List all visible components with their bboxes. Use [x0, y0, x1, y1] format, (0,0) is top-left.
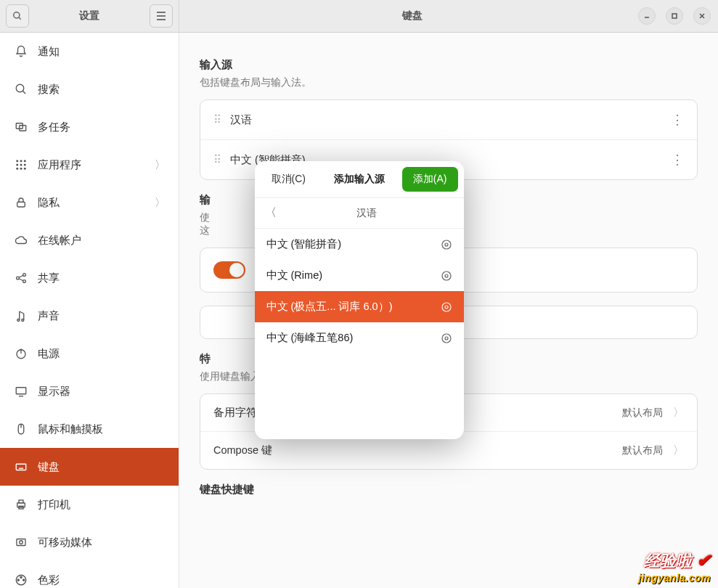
input-method-label: 中文 (海峰五笔86) [266, 331, 354, 345]
input-method-list: 中文 (智能拼音)中文 (Rime)中文 (极点五... 词库 6.0）)中文 … [255, 229, 464, 439]
input-method-item[interactable]: 中文 (智能拼音) [255, 229, 464, 260]
modal-overlay: 取消(C) 添加输入源 添加(A) 〈 汉语 中文 (智能拼音)中文 (Rime… [0, 0, 718, 588]
svg-point-51 [442, 240, 451, 249]
svg-point-57 [442, 334, 451, 343]
language-header: 汉语 [280, 207, 454, 220]
input-method-label: 中文 (极点五... 词库 6.0）) [266, 300, 393, 314]
input-method-item[interactable]: 中文 (海峰五笔86) [255, 322, 464, 354]
svg-point-52 [445, 274, 448, 277]
add-input-source-dialog: 取消(C) 添加输入源 添加(A) 〈 汉语 中文 (智能拼音)中文 (Rime… [255, 161, 464, 439]
cancel-button[interactable]: 取消(C) [261, 167, 317, 192]
gear-icon[interactable] [441, 332, 452, 344]
svg-point-53 [442, 271, 451, 280]
svg-point-56 [445, 337, 448, 340]
watermark: 经验啦 ✔ jingyanla.com [638, 550, 711, 584]
svg-point-55 [442, 303, 451, 311]
add-button[interactable]: 添加(A) [402, 167, 458, 192]
svg-point-50 [445, 243, 448, 246]
gear-icon[interactable] [441, 239, 452, 250]
back-button[interactable]: 〈 [265, 205, 280, 221]
input-method-item[interactable]: 中文 (极点五... 词库 6.0）) [255, 291, 464, 322]
input-method-label: 中文 (Rime) [266, 269, 323, 282]
dialog-title: 添加输入源 [321, 173, 398, 186]
gear-icon[interactable] [441, 270, 452, 282]
input-method-item[interactable]: 中文 (Rime) [255, 260, 464, 291]
gear-icon[interactable] [441, 301, 452, 313]
svg-point-54 [445, 306, 448, 309]
input-method-label: 中文 (智能拼音) [266, 237, 342, 251]
